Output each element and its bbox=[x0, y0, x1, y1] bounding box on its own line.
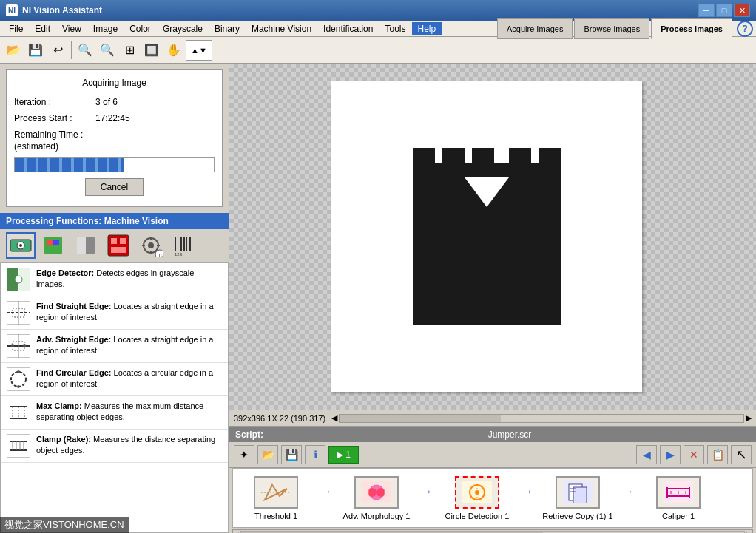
menu-machine-vision[interactable]: Machine Vision bbox=[246, 22, 317, 35]
save-button[interactable]: 💾 bbox=[25, 40, 46, 61]
script-scroll-right[interactable]: ▶ bbox=[746, 531, 752, 534]
zoom-in-button[interactable]: 🔍 bbox=[75, 40, 95, 61]
zoom-out-button[interactable]: 🔍 bbox=[97, 40, 118, 61]
script-info-button[interactable]: ℹ bbox=[305, 445, 325, 464]
zoom-fit-button[interactable]: ⊞ bbox=[119, 40, 140, 61]
script-add-button[interactable]: ✦ bbox=[234, 445, 254, 464]
svg-rect-11 bbox=[111, 247, 126, 253]
morphology-step-icon bbox=[354, 476, 399, 509]
func-max-clamp[interactable]: Max Clamp: Measures the maximum distance… bbox=[1, 396, 228, 430]
script-next-button[interactable]: ▶ bbox=[660, 445, 681, 464]
script-cursor-button[interactable]: ↖ bbox=[731, 445, 752, 464]
image-canvas bbox=[331, 81, 642, 392]
script-run-button[interactable]: ▶ 1 bbox=[328, 446, 359, 464]
view-mode-buttons: Acquire Images Browse Images Process Ima… bbox=[497, 18, 753, 39]
script-step-caliper[interactable]: Caliper 1 bbox=[641, 476, 715, 520]
menu-image[interactable]: Image bbox=[87, 22, 124, 35]
find-circular-edge-icon bbox=[7, 367, 30, 391]
script-save-button[interactable]: 💾 bbox=[281, 445, 302, 464]
svg-rect-63 bbox=[413, 163, 561, 177]
svg-point-43 bbox=[17, 370, 20, 373]
pan-button[interactable]: ✋ bbox=[163, 40, 184, 61]
menu-edit[interactable]: Edit bbox=[29, 22, 56, 35]
maximize-button[interactable]: □ bbox=[716, 4, 732, 17]
func-clamp-rake[interactable]: Clamp (Rake): Measures the distance sepa… bbox=[1, 430, 228, 463]
svg-rect-4 bbox=[47, 240, 53, 245]
script-delete-button[interactable]: ✕ bbox=[684, 445, 704, 464]
remaining-label: Remaining Time : bbox=[14, 129, 215, 140]
proc-icon-color[interactable] bbox=[38, 232, 68, 259]
help-button[interactable]: ? bbox=[737, 21, 753, 37]
process-images-button[interactable]: Process Images bbox=[651, 18, 732, 39]
svg-text:123: 123 bbox=[175, 252, 183, 257]
script-open-button[interactable]: 📂 bbox=[257, 445, 278, 464]
right-panel: ▲ ▼ 392x396 1X 22 (190,317) ◀ ▶ Script: … bbox=[229, 64, 756, 533]
scroll-up-button[interactable]: ▲ bbox=[643, 225, 655, 237]
svg-rect-25 bbox=[189, 237, 191, 251]
script-scroll-left[interactable]: ◀ bbox=[233, 531, 239, 534]
progress-bar-fill bbox=[15, 158, 124, 172]
func-edge-detector[interactable]: Edge Detector: Detects edges in grayscal… bbox=[1, 263, 228, 296]
process-start-label: Process Start : bbox=[14, 113, 95, 123]
svg-point-39 bbox=[11, 344, 14, 347]
iteration-label: Iteration : bbox=[14, 97, 95, 107]
proc-icon-settings[interactable]: 123 bbox=[136, 232, 166, 259]
menu-color[interactable]: Color bbox=[124, 22, 157, 35]
script-scrollbar[interactable]: ◀ ▶ bbox=[232, 529, 753, 533]
scroll-down-button[interactable]: ▼ bbox=[643, 237, 655, 248]
script-header: Script: Jumper.scr bbox=[229, 427, 756, 442]
step-connector-2: → bbox=[421, 485, 433, 498]
acquire-images-button[interactable]: Acquire Images bbox=[497, 18, 573, 39]
minimize-button[interactable]: ─ bbox=[698, 4, 715, 17]
close-button[interactable]: ✕ bbox=[734, 4, 750, 17]
script-toolbar: ✦ 📂 💾 ℹ ▶ 1 ◀ ▶ ✕ 📋 ↖ bbox=[229, 442, 756, 468]
svg-text:123: 123 bbox=[158, 252, 163, 257]
menu-help[interactable]: Help bbox=[412, 22, 442, 35]
script-step-circle-detection[interactable]: Circle Detection 1 bbox=[440, 476, 514, 520]
menu-file[interactable]: File bbox=[3, 22, 29, 35]
script-copy-button[interactable]: 📋 bbox=[707, 445, 728, 464]
back-button[interactable]: ↩ bbox=[47, 40, 68, 61]
find-straight-edge-text: Find Straight Edge: Locates a straight e… bbox=[36, 301, 222, 324]
cancel-button[interactable]: Cancel bbox=[85, 178, 144, 196]
scroll-left-button[interactable]: ◀ bbox=[331, 413, 337, 423]
browse-images-button[interactable]: Browse Images bbox=[574, 18, 649, 39]
proc-icon-vision[interactable] bbox=[6, 232, 36, 259]
process-start-value: 17:22:45 bbox=[95, 113, 130, 123]
script-step-threshold[interactable]: Threshold 1 bbox=[239, 476, 313, 520]
image-area: ▲ ▼ bbox=[229, 64, 756, 410]
menu-binary[interactable]: Binary bbox=[209, 22, 246, 35]
script-step-morphology[interactable]: Adv. Morphology 1 bbox=[340, 476, 414, 520]
svg-rect-20 bbox=[175, 237, 176, 251]
iteration-row: Iteration : 3 of 6 bbox=[14, 97, 215, 107]
func-adv-straight-edge[interactable]: Adv. Straight Edge: Locates a straight e… bbox=[1, 330, 228, 363]
svg-point-30 bbox=[15, 276, 22, 283]
open-button[interactable]: 📂 bbox=[3, 40, 24, 61]
acquire-title: Acquiring Image bbox=[14, 78, 215, 88]
script-panel: Script: Jumper.scr ✦ 📂 💾 ℹ ▶ 1 ◀ ▶ ✕ 📋 ↖ bbox=[229, 426, 756, 533]
menu-view[interactable]: View bbox=[56, 22, 87, 35]
script-step-retrieve-copy[interactable]: Retrieve Copy (1) 1 bbox=[541, 476, 615, 520]
progress-bar-container bbox=[14, 157, 215, 172]
zoom-select-button[interactable]: 🔲 bbox=[141, 40, 162, 61]
menu-grayscale[interactable]: Grayscale bbox=[157, 22, 209, 35]
func-find-straight-edge[interactable]: Find Straight Edge: Locates a straight e… bbox=[1, 296, 228, 330]
svg-rect-67 bbox=[413, 310, 561, 325]
function-list: Edge Detector: Detects edges in grayscal… bbox=[0, 262, 229, 533]
acquire-image-box: Acquiring Image Iteration : 3 of 6 Proce… bbox=[6, 69, 223, 207]
max-clamp-text: Max Clamp: Measures the maximum distance… bbox=[36, 401, 222, 424]
script-prev-button[interactable]: ◀ bbox=[636, 445, 657, 464]
proc-icon-grayscale[interactable] bbox=[71, 232, 101, 259]
scroll-right-button[interactable]: ▶ bbox=[746, 413, 752, 423]
proc-icon-binary[interactable] bbox=[104, 232, 133, 259]
image-status-bar: 392x396 1X 22 (190,317) ◀ ▶ bbox=[229, 410, 756, 426]
proc-icon-barcode[interactable]: 123 bbox=[169, 232, 198, 259]
adv-straight-edge-text: Adv. Straight Edge: Locates a straight e… bbox=[36, 334, 222, 357]
caliper-step-icon bbox=[656, 476, 701, 509]
svg-point-40 bbox=[23, 344, 26, 347]
menu-identification[interactable]: Identification bbox=[317, 22, 379, 35]
func-find-circular-edge[interactable]: Find Circular Edge: Locates a circular e… bbox=[1, 363, 228, 396]
menu-tools[interactable]: Tools bbox=[379, 22, 411, 35]
image-scrollbar-vertical: ▲ ▼ bbox=[642, 225, 654, 248]
toolbar-separator-1 bbox=[71, 41, 72, 59]
